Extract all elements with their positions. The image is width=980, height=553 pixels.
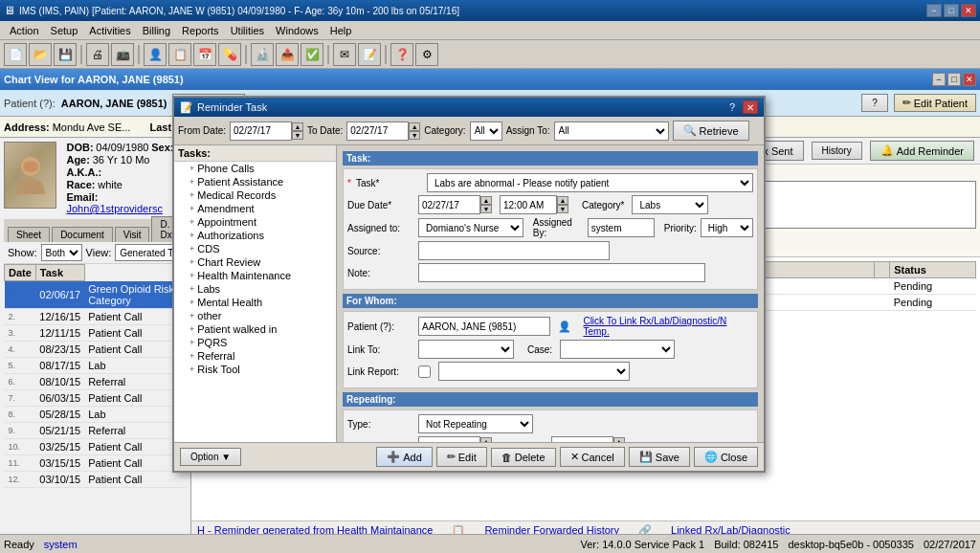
repeat-type-select[interactable]: Not Repeating (418, 414, 533, 433)
table-row[interactable]: 10.03/25/15Patient Call (5, 438, 188, 454)
chart-maximize[interactable]: □ (947, 73, 961, 86)
tree-item[interactable]: +Mental Health (174, 296, 336, 309)
end-date-input[interactable] (551, 436, 613, 442)
maximize-button[interactable]: □ (944, 4, 959, 17)
source-input[interactable] (418, 241, 610, 260)
tree-item[interactable]: +Patient walked in (174, 322, 336, 336)
menu-reports[interactable]: Reports (176, 23, 225, 38)
tree-item[interactable]: +Medical Records (174, 188, 336, 202)
table-row[interactable]: 3.12/11/15Patient Call (5, 324, 188, 341)
tree-item[interactable]: +Referral (174, 349, 336, 363)
close-button[interactable]: 🌐 Close (694, 447, 758, 467)
tree-item[interactable]: +Authorizations (174, 229, 336, 242)
assigned-by-input[interactable] (588, 218, 655, 237)
start-date-input[interactable] (418, 436, 480, 442)
cancel-button[interactable]: ✕ Cancel (560, 447, 625, 467)
from-date-down[interactable]: ▼ (292, 131, 303, 140)
link-report-select[interactable] (438, 362, 630, 381)
table-row[interactable]: 9.05/21/15Referral (5, 422, 188, 438)
chart-minimize[interactable]: − (932, 73, 946, 86)
patient-whom-input[interactable] (418, 317, 550, 336)
priority-select[interactable]: High (701, 218, 753, 237)
due-time-input[interactable] (500, 195, 557, 214)
from-date-field[interactable]: ▲ ▼ (230, 122, 303, 141)
assign-to-select[interactable]: All (554, 122, 669, 141)
due-date-up[interactable]: ▲ (480, 196, 492, 205)
tb-chart[interactable]: 📋 (168, 43, 191, 66)
tb-lab[interactable]: 🔬 (251, 43, 274, 66)
click-to-link[interactable]: Click To Link Rx/Lab/Diagnostic/N Temp. (583, 316, 753, 337)
help-button[interactable]: ? (861, 94, 888, 112)
due-time-down[interactable]: ▼ (557, 205, 568, 213)
tab-sheet[interactable]: Sheet (8, 227, 50, 242)
tb-print[interactable]: 🖨 (86, 43, 109, 66)
tree-item[interactable]: +Risk Tool (174, 363, 336, 376)
tree-item[interactable]: +Health Maintenance (174, 269, 336, 282)
tb-new[interactable]: 📄 (4, 43, 27, 66)
delete-button[interactable]: 🗑 Delete (491, 448, 556, 467)
tb-open[interactable]: 📂 (29, 43, 52, 66)
show-select[interactable]: Both (41, 244, 82, 261)
modal-help[interactable]: ? (729, 101, 735, 113)
window-controls[interactable]: − □ ✕ (926, 4, 976, 17)
modal-close-x[interactable]: ✕ (743, 100, 758, 114)
due-time-up[interactable]: ▲ (557, 196, 568, 205)
add-button[interactable]: ➕ Add (376, 447, 433, 467)
edit-patient-button[interactable]: ✏ Edit Patient (894, 94, 976, 112)
edit-button[interactable]: ✏ Edit (436, 447, 487, 467)
table-row[interactable]: 8.05/28/15Lab (5, 406, 188, 422)
to-date-spinner[interactable]: ▲ ▼ (409, 122, 420, 140)
table-row[interactable]: 11.03/15/15Patient Call (5, 454, 188, 471)
table-row[interactable]: 6.08/10/15Referral (5, 373, 188, 389)
tree-item[interactable]: +Appointment (174, 215, 336, 229)
add-reminder-btn[interactable]: 🔔 Add Reminder (870, 141, 974, 161)
tb-settings[interactable]: ⚙ (415, 43, 438, 66)
to-date-down[interactable]: ▼ (409, 131, 420, 140)
menu-help[interactable]: Help (324, 23, 358, 38)
tb-task[interactable]: 📝 (358, 43, 381, 66)
tb-rx[interactable]: 💊 (218, 43, 241, 66)
assigned-to-select[interactable]: Domiano's Nurse (418, 218, 523, 237)
task-field-select[interactable]: Labs are abnormal - Please notify patien… (427, 173, 753, 192)
tree-item[interactable]: +PQRS (174, 336, 336, 349)
menu-activities[interactable]: Activities (83, 23, 136, 38)
table-row[interactable]: 12.03/10/15Patient Call (5, 471, 188, 487)
table-row[interactable]: 2.12/16/15Patient Call (5, 308, 188, 324)
tree-item[interactable]: +Chart Review (174, 255, 336, 269)
tree-item[interactable]: +other (174, 309, 336, 322)
menu-setup[interactable]: Setup (45, 23, 84, 38)
table-row[interactable]: 4.08/23/15Patient Call (5, 341, 188, 357)
due-date-input[interactable] (418, 195, 480, 214)
tb-msg[interactable]: ✉ (333, 43, 356, 66)
from-date-spinner[interactable]: ▲ ▼ (292, 122, 303, 140)
menu-billing[interactable]: Billing (137, 23, 176, 38)
end-date-up[interactable]: ▲ (613, 437, 625, 442)
note-input[interactable] (418, 263, 705, 282)
tab-visit[interactable]: Visit (115, 227, 150, 242)
category-filter-select[interactable]: All (470, 122, 502, 141)
menu-utilities[interactable]: Utilities (225, 23, 270, 38)
tb-auth[interactable]: ✅ (301, 43, 323, 66)
to-date-up[interactable]: ▲ (409, 122, 420, 131)
table-row[interactable]: ▶02/06/17Green Opioid Risk Category (5, 281, 188, 309)
tree-item[interactable]: +Patient Assistance (174, 175, 336, 188)
from-date-up[interactable]: ▲ (292, 122, 303, 131)
due-date-down[interactable]: ▼ (480, 205, 492, 213)
tb-ref[interactable]: 📤 (276, 43, 299, 66)
table-row[interactable]: 5.08/17/15Lab (5, 357, 188, 373)
tree-item[interactable]: +Phone Calls (174, 162, 336, 175)
history-btn[interactable]: History (812, 142, 862, 160)
tab-document[interactable]: Document (52, 227, 113, 242)
case-select[interactable] (560, 340, 675, 359)
start-date-up[interactable]: ▲ (480, 437, 492, 442)
to-date-input[interactable] (346, 122, 409, 141)
tb-schedule[interactable]: 📅 (193, 43, 216, 66)
close-button[interactable]: ✕ (961, 4, 976, 17)
table-row[interactable]: 7.06/03/15Patient Call (5, 389, 188, 406)
tb-patient[interactable]: 👤 (144, 43, 167, 66)
link-to-select[interactable] (418, 340, 514, 359)
save-button[interactable]: 💾 Save (629, 447, 690, 467)
tb-save[interactable]: 💾 (54, 43, 77, 66)
from-date-input[interactable] (230, 122, 292, 141)
tree-item[interactable]: +Labs (174, 282, 336, 296)
